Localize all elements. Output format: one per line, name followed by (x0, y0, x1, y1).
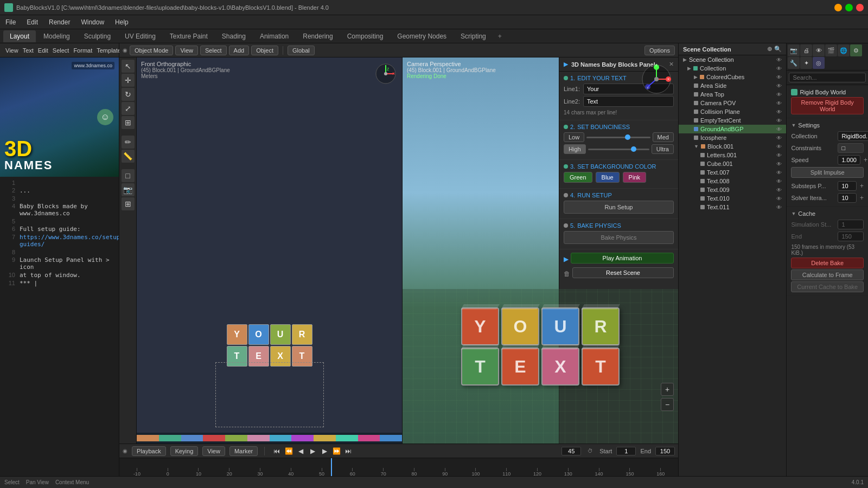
sc-item-area-top[interactable]: Area Top 👁 (679, 90, 786, 99)
menu-help[interactable]: Help (110, 16, 134, 28)
tab-add-button[interactable]: + (494, 31, 506, 41)
tab-scripting[interactable]: Scripting (454, 30, 493, 42)
annotate-tool[interactable]: ✏ (122, 136, 135, 149)
solver-value[interactable]: 10 (838, 193, 857, 203)
scale-tool[interactable]: ⤢ (122, 102, 135, 115)
collection-value[interactable]: RigidBod... (838, 131, 868, 141)
substeps-value[interactable]: 10 (838, 181, 857, 191)
sc-item-text011[interactable]: Text.011 👁 (679, 203, 786, 211)
bounce-slider2[interactable] (588, 149, 649, 150)
sc-item-text009[interactable]: Text.009 👁 (679, 185, 786, 194)
view-btn[interactable]: View (175, 46, 198, 55)
remove-rbw-btn[interactable]: Remove Rigid Body World (791, 97, 864, 114)
props-physics-icon[interactable]: ◎ (813, 57, 825, 69)
props-modifier-icon[interactable]: 🔧 (788, 57, 800, 69)
tl-keying[interactable]: Keying (170, 446, 199, 456)
bake-physics-btn[interactable]: Bake Physics (564, 231, 674, 244)
tab-geometry-nodes[interactable]: Geometry Nodes (391, 30, 453, 42)
sc-item-ground[interactable]: GroundAndBGP 👁 (679, 125, 786, 133)
sc-item-area-side[interactable]: Area Side 👁 (679, 81, 786, 90)
props-particles-icon[interactable]: ✦ (800, 57, 812, 69)
rbw-checkbox[interactable] (791, 89, 797, 95)
global-btn[interactable]: Global (288, 46, 315, 55)
color-green[interactable]: Green (564, 172, 592, 183)
tl-playback[interactable]: Playback (132, 446, 166, 456)
sc-item-text007[interactable]: Text.007 👁 (679, 168, 786, 177)
sc-item-block001[interactable]: ▼ Block.001 👁 (679, 142, 786, 151)
props-output-icon[interactable]: 🖨 (800, 44, 812, 56)
props-scene-icon[interactable]: 🎬 (825, 44, 837, 56)
menu-edit[interactable]: Edit (21, 16, 43, 28)
sc-item-camera-pov[interactable]: Camera POV 👁 (679, 99, 786, 107)
sc-item-cube[interactable]: Cube.001 👁 (679, 159, 786, 168)
sc-item-letters[interactable]: Letters.001 👁 (679, 151, 786, 159)
move-tool[interactable]: ✛ (122, 74, 135, 87)
start-frame[interactable]: 1 (616, 447, 636, 455)
tl-marker[interactable]: Marker (229, 446, 258, 456)
constraints-value[interactable]: □ (838, 143, 864, 153)
tl-next-key[interactable]: ▶ (319, 446, 330, 457)
props-render-icon[interactable]: 📷 (788, 44, 800, 56)
tab-layout[interactable]: Layout (3, 30, 36, 42)
grid-view[interactable]: ⊞ (122, 197, 135, 210)
calculate-btn[interactable]: Calculate to Frame (791, 269, 864, 280)
sc-filter-icon[interactable]: ⊕ (767, 46, 772, 53)
color-blue[interactable]: Blue (596, 172, 620, 183)
transform-tool[interactable]: ⊞ (122, 116, 135, 129)
minimize-button[interactable] (834, 4, 842, 11)
timeline-ruler[interactable]: -10 0 10 20 30 40 50 60 70 80 90 100 (119, 458, 678, 476)
bounce-high[interactable]: High (564, 144, 586, 154)
object-mode-dropdown[interactable]: Object Mode (130, 46, 173, 55)
tl-jump-start[interactable]: ⏮ (271, 446, 282, 457)
tl-jump-end[interactable]: ⏭ (343, 446, 354, 457)
tab-compositing[interactable]: Compositing (341, 30, 390, 42)
maximize-button[interactable] (845, 4, 853, 11)
current-frame-display[interactable]: 45 (561, 447, 581, 455)
reset-scene-btn[interactable]: Reset Scene (572, 267, 674, 278)
bounce-med[interactable]: Med (653, 132, 674, 142)
add-camera[interactable]: 📷 (122, 183, 135, 196)
sc-item-colored-cubes[interactable]: ▶ ColoredCubes 👁 (679, 73, 786, 81)
split-impulse-btn[interactable]: Split Impulse (791, 167, 864, 178)
menu-render[interactable]: Render (43, 16, 75, 28)
menu-file[interactable]: File (0, 16, 21, 28)
substeps-plus[interactable]: + (860, 182, 864, 190)
props-world-icon[interactable]: 🌐 (838, 44, 850, 56)
sc-item-text010[interactable]: Text.010 👁 (679, 194, 786, 203)
te-select[interactable]: Select (50, 47, 72, 54)
props-view-icon[interactable]: 👁 (813, 44, 825, 56)
options-btn[interactable]: Options (644, 46, 675, 55)
zoom-in-btn[interactable]: + (661, 383, 674, 396)
select-btn[interactable]: Select (200, 46, 227, 55)
tl-view[interactable]: View (202, 446, 225, 456)
cursor-tool[interactable]: ↖ (122, 60, 135, 73)
tl-prev-frame[interactable]: ⏪ (283, 446, 294, 457)
sc-item-collision-plane[interactable]: Collision Plane 👁 (679, 107, 786, 116)
tab-texture-paint[interactable]: Texture Paint (163, 30, 214, 42)
delete-bake-btn[interactable]: Delete Bake (791, 258, 864, 268)
te-view[interactable]: View (3, 47, 21, 54)
tl-play[interactable]: ▶ (307, 446, 318, 457)
add-cube[interactable]: □ (122, 169, 135, 182)
tab-sculpting[interactable]: Sculpting (78, 30, 117, 42)
bounce-slider[interactable] (586, 137, 650, 138)
sc-item-icosphere[interactable]: Icosphere 👁 (679, 133, 786, 142)
te-format[interactable]: Format (71, 47, 94, 54)
zoom-out-btn[interactable]: − (661, 398, 674, 411)
tab-animation[interactable]: Animation (253, 30, 295, 42)
physics-search-input[interactable] (789, 73, 866, 82)
play-animation-btn[interactable]: Play Animation (571, 253, 674, 264)
end-frame[interactable]: 150 (655, 447, 675, 455)
sc-item-scene[interactable]: ▶ Scene Collection 👁 (679, 55, 786, 64)
sc-item-empty-text[interactable]: EmptyTextCent 👁 (679, 116, 786, 125)
add-btn[interactable]: Add (229, 46, 250, 55)
rotate-tool[interactable]: ↻ (122, 88, 135, 101)
te-text[interactable]: Text (21, 47, 36, 54)
tab-shading[interactable]: Shading (215, 30, 252, 42)
bounce-low[interactable]: Low (564, 132, 584, 142)
props-object-icon[interactable]: ⚙ (850, 44, 862, 56)
run-setup-btn[interactable]: Run Setup (564, 201, 674, 214)
tl-next-frame[interactable]: ⏩ (331, 446, 342, 457)
speed-plus-icon[interactable]: + (864, 156, 867, 164)
sc-item-text008[interactable]: Text.008 👁 (679, 177, 786, 185)
